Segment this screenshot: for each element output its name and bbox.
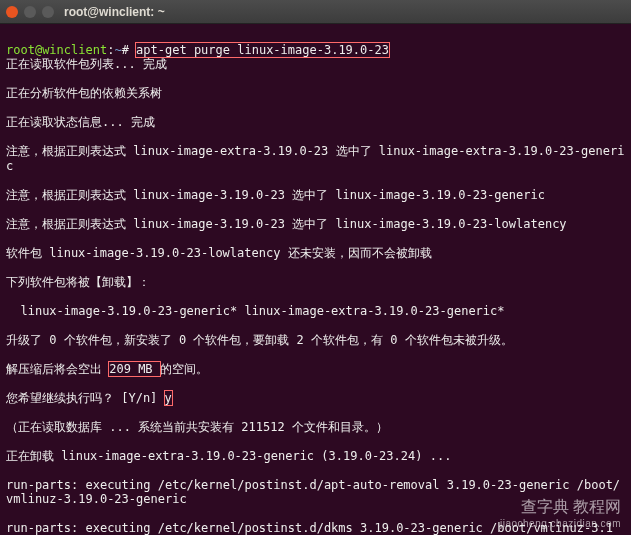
close-icon[interactable] [6, 6, 18, 18]
output-line: 下列软件包将被【卸载】： [6, 275, 625, 290]
terminal-output[interactable]: root@winclient:~# apt-get purge linux-im… [0, 24, 631, 535]
prompt-path: ~ [114, 43, 121, 57]
output-line: 正在读取状态信息... 完成 [6, 115, 625, 130]
window-buttons [6, 6, 54, 18]
confirm-answer: y [165, 391, 172, 405]
confirm-prompt: 您希望继续执行吗？ [Y/n] [6, 391, 165, 405]
output-line: 升级了 0 个软件包，新安装了 0 个软件包，要卸载 2 个软件包，有 0 个软… [6, 333, 625, 348]
output-line: 注意，根据正则表达式 linux-image-3.19.0-23 选中了 lin… [6, 217, 625, 232]
command-input: apt-get purge linux-image-3.19.0-23 [136, 43, 389, 57]
output-line: 您希望继续执行吗？ [Y/n] y [6, 391, 625, 406]
output-line: 解压缩后将会空出 209 MB 的空间。 [6, 362, 625, 377]
output-line: run-parts: executing /etc/kernel/postins… [6, 521, 625, 535]
output-line: 正在分析软件包的依赖关系树 [6, 86, 625, 101]
freed-space: 209 MB [109, 362, 160, 376]
output-line: （正在读取数据库 ... 系统当前共安装有 211512 个文件和目录。） [6, 420, 625, 435]
output-line: 正在读取软件包列表... 完成 [6, 57, 625, 72]
window-titlebar: root@winclient: ~ [0, 0, 631, 24]
output-line: 软件包 linux-image-3.19.0-23-lowlatency 还未安… [6, 246, 625, 261]
output-line: 正在卸载 linux-image-extra-3.19.0-23-generic… [6, 449, 625, 464]
output-line: linux-image-3.19.0-23-generic* linux-ima… [6, 304, 625, 319]
window-title: root@winclient: ~ [64, 5, 165, 19]
output-line: run-parts: executing /etc/kernel/postins… [6, 478, 625, 507]
prompt-hash: # [122, 43, 136, 57]
prompt-host: winclient [42, 43, 107, 57]
minimize-icon[interactable] [24, 6, 36, 18]
output-line: 注意，根据正则表达式 linux-image-3.19.0-23 选中了 lin… [6, 188, 625, 203]
output-text: 的空间。 [160, 362, 208, 376]
prompt-user: root [6, 43, 35, 57]
output-line: 注意，根据正则表达式 linux-image-extra-3.19.0-23 选… [6, 144, 625, 173]
output-text: 解压缩后将会空出 [6, 362, 109, 376]
maximize-icon[interactable] [42, 6, 54, 18]
